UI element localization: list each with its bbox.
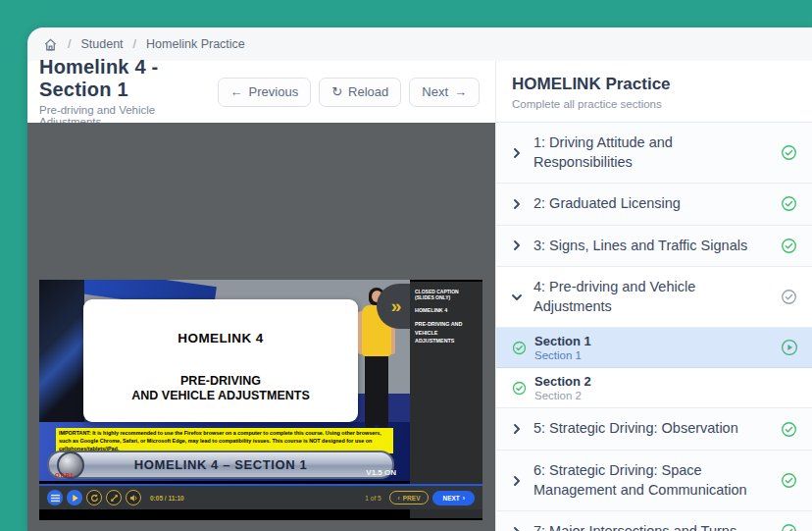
- sidebar-item-section-5[interactable]: 5: Strategic Driving: Observation: [496, 408, 812, 451]
- check-circle-icon: [512, 381, 527, 399]
- chevron-right-icon: [511, 475, 523, 487]
- section-list: 1: Driving Attitude and Responsibilities…: [496, 123, 812, 531]
- sidebar-item-section-7[interactable]: 7: Major Intersections and Turns: [496, 511, 812, 531]
- sidebar-header: HOMELINK Practice Complete all practice …: [496, 61, 812, 123]
- check-circle-icon: [781, 472, 797, 489]
- chevron-left-icon: ‹: [398, 495, 400, 502]
- sidebar-item-section-6[interactable]: 6: Strategic Driving: Space Management a…: [496, 451, 812, 511]
- reload-icon: ↻: [331, 84, 342, 99]
- next-button[interactable]: Next →: [409, 78, 480, 107]
- subsection-row-section-1[interactable]: Section 1 Section 1: [496, 328, 812, 368]
- sidebar-subtitle: Complete all practice sections: [512, 98, 796, 110]
- lesson-pane: Homelink 4 - Section 1 Pre-driving and V…: [27, 61, 495, 531]
- check-circle-icon: [781, 523, 797, 531]
- chevron-right-icon: [511, 239, 523, 251]
- app-card: / Student / Homelink Practice Homelink 4…: [27, 27, 812, 531]
- presenter-pants: [365, 356, 388, 425]
- lesson-header: Homelink 4 - Section 1 Pre-driving and V…: [27, 61, 495, 123]
- sidebar-title: HOMELINK Practice: [512, 75, 796, 94]
- subsection-subtitle: Section 2: [534, 390, 798, 401]
- video-player: HOMELINK 4 PRE-DRIVING AND VEHICLE ADJUS…: [27, 123, 495, 531]
- check-circle-icon: [781, 195, 797, 212]
- double-chevron-icon: »: [391, 295, 400, 317]
- cc-text-line: HOMELINK 4: [415, 307, 478, 313]
- chevron-right-icon: ›: [463, 495, 465, 502]
- check-circle-icon: [781, 421, 797, 438]
- home-icon[interactable]: [43, 37, 58, 52]
- breadcrumb-homelink-practice[interactable]: Homelink Practice: [146, 37, 245, 51]
- player-control-bar: 0:05 / 11:10 1 of 5 ‹ PREV NEXT ›: [39, 484, 482, 509]
- page-title: Homelink 4 - Section 1: [39, 56, 218, 101]
- subsection-title: Section 2: [534, 374, 798, 389]
- chevron-right-icon: [511, 526, 523, 531]
- sidebar-item-section-1[interactable]: 1: Driving Attitude and Responsibilities: [496, 123, 812, 184]
- cc-text-line: PRE-DRIVING AND VEHICLE ADJUSTMENTS: [415, 320, 478, 345]
- chevron-down-icon: [511, 292, 523, 303]
- play-button[interactable]: [67, 490, 82, 505]
- replay-button[interactable]: [86, 490, 102, 505]
- time-display: 0:05 / 11:10: [150, 495, 184, 502]
- sidebar-item-section-3[interactable]: 3: Signs, Lines and Traffic Signals: [496, 226, 812, 268]
- chevron-right-icon: [511, 423, 523, 435]
- car-headlight-image: [39, 280, 84, 427]
- sidebar-item-section-2[interactable]: 2: Graduated Licensing: [496, 184, 812, 226]
- check-circle-icon-incomplete: [781, 289, 797, 305]
- practice-sidebar: HOMELINK Practice Complete all practice …: [495, 61, 812, 531]
- fullscreen-button[interactable]: [106, 490, 122, 505]
- slide-title: HOMELINK 4: [83, 331, 358, 345]
- sidebar-item-section-4[interactable]: 4: Pre-driving and Vehicle Adjustments: [496, 267, 812, 328]
- volume-button[interactable]: [126, 490, 141, 505]
- previous-button[interactable]: ← Previous: [218, 78, 312, 107]
- play-circle-icon[interactable]: [781, 339, 798, 356]
- next-slide-button[interactable]: NEXT ›: [432, 491, 475, 505]
- slide-background: HOMELINK 4 PRE-DRIVING AND VEHICLE ADJUS…: [39, 280, 410, 481]
- slide-page-indicator: 1 of 5: [365, 495, 381, 502]
- check-circle-icon: [781, 238, 797, 254]
- subsection-row-section-2[interactable]: Section 2 Section 2: [496, 368, 812, 408]
- reload-button[interactable]: ↻ Reload: [319, 78, 401, 107]
- section-banner-text: HOMELINK 4 – SECTION 1: [134, 457, 307, 472]
- closed-caption-panel: CLOSED CAPTION (SLIDES ONLY) HOMELINK 4 …: [410, 282, 482, 518]
- player-logo: OABI: [55, 472, 74, 478]
- prev-slide-button[interactable]: ‹ PREV: [389, 491, 430, 504]
- breadcrumb-separator: /: [133, 37, 136, 51]
- subsection-subtitle: Section 1: [534, 349, 773, 361]
- check-circle-icon: [781, 144, 797, 161]
- check-circle-icon: [512, 341, 527, 359]
- cc-panel-title: CLOSED CAPTION (SLIDES ONLY): [415, 289, 478, 300]
- slide-subtitle-line1: PRE-DRIVING: [83, 374, 358, 388]
- version-label: V1.5 ON: [366, 468, 396, 477]
- breadcrumb-separator: /: [68, 37, 71, 51]
- subsection-title: Section 1: [534, 334, 773, 348]
- video-frame: HOMELINK 4 PRE-DRIVING AND VEHICLE ADJUS…: [39, 280, 482, 520]
- chevron-right-icon: [511, 147, 523, 159]
- right-arrow-icon: →: [454, 84, 467, 99]
- left-arrow-icon: ←: [230, 84, 243, 99]
- slides-menu-button[interactable]: [47, 490, 63, 505]
- section-banner: HOMELINK 4 – SECTION 1: [47, 451, 394, 479]
- slide-title-card: HOMELINK 4 PRE-DRIVING AND VEHICLE ADJUS…: [83, 299, 358, 422]
- slide-subtitle-line2: AND VEHICLE ADJUSTMENTS: [83, 389, 358, 402]
- chevron-right-icon: [511, 198, 523, 210]
- breadcrumb-student[interactable]: Student: [80, 37, 123, 51]
